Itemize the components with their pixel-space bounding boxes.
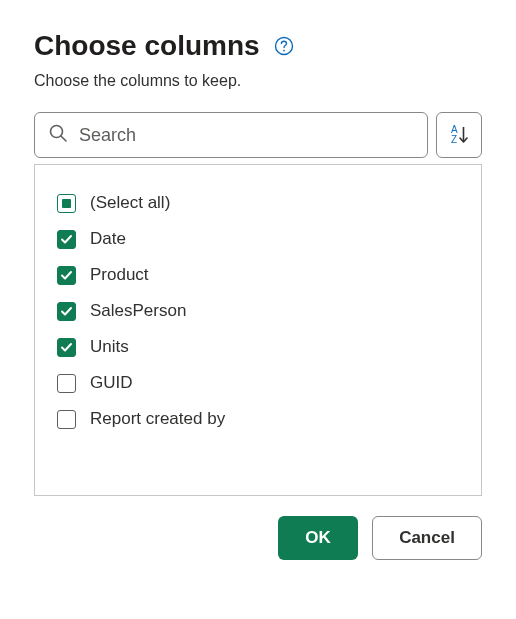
column-row-report-created-by[interactable]: Report created by (57, 401, 459, 437)
ok-button[interactable]: OK (278, 516, 358, 560)
search-icon (47, 122, 69, 148)
checkbox-checked-icon[interactable] (57, 266, 76, 285)
select-all-label: (Select all) (90, 193, 170, 213)
checkbox-checked-icon[interactable] (57, 302, 76, 321)
column-row-guid[interactable]: GUID (57, 365, 459, 401)
help-icon[interactable] (274, 36, 294, 56)
select-all-row[interactable]: (Select all) (57, 185, 459, 221)
search-input[interactable] (79, 125, 415, 146)
column-label: GUID (90, 373, 133, 393)
checkbox-checked-icon[interactable] (57, 230, 76, 249)
svg-point-1 (283, 50, 285, 52)
checkbox-indeterminate-icon[interactable] (57, 194, 76, 213)
search-row: A Z (34, 112, 482, 158)
column-label: Units (90, 337, 129, 357)
dialog-subtitle: Choose the columns to keep. (34, 72, 482, 90)
column-label: Product (90, 265, 149, 285)
checkbox-checked-icon[interactable] (57, 338, 76, 357)
column-row-date[interactable]: Date (57, 221, 459, 257)
checkbox-unchecked-icon[interactable] (57, 410, 76, 429)
column-label: Date (90, 229, 126, 249)
svg-line-3 (61, 136, 66, 141)
column-row-salesperson[interactable]: SalesPerson (57, 293, 459, 329)
svg-text:Z: Z (451, 134, 457, 145)
column-row-product[interactable]: Product (57, 257, 459, 293)
dialog-footer: OK Cancel (34, 516, 482, 560)
sort-az-button[interactable]: A Z (436, 112, 482, 158)
dialog-title: Choose columns (34, 30, 260, 62)
columns-list: (Select all) Date Product SalesPerson Un… (34, 164, 482, 496)
dialog-header: Choose columns (34, 30, 482, 62)
cancel-button[interactable]: Cancel (372, 516, 482, 560)
column-row-units[interactable]: Units (57, 329, 459, 365)
checkbox-unchecked-icon[interactable] (57, 374, 76, 393)
column-label: SalesPerson (90, 301, 186, 321)
search-box[interactable] (34, 112, 428, 158)
column-label: Report created by (90, 409, 225, 429)
